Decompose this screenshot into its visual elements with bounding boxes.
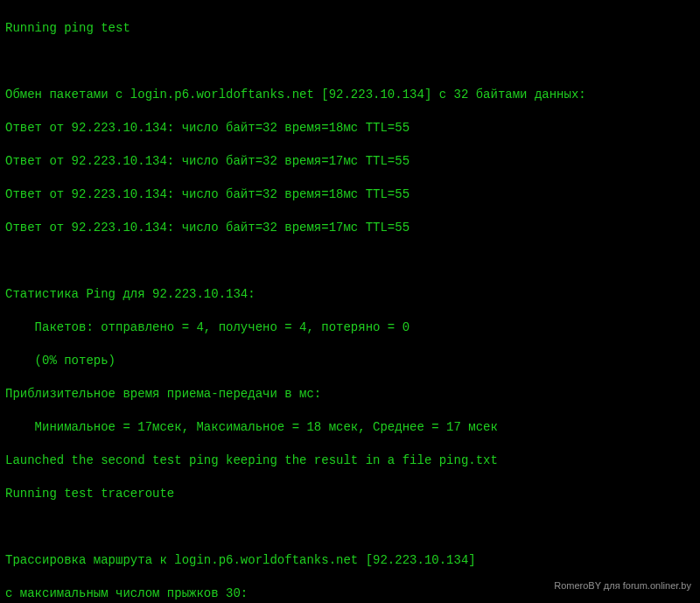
terminal-line: Ответ от 92.223.10.134: число байт=32 вр…	[5, 220, 695, 236]
terminal-line	[5, 253, 695, 270]
watermark-text: RomeroBY для forum.onliner.by	[554, 578, 691, 594]
terminal-line	[5, 519, 695, 536]
terminal-line: Ответ от 92.223.10.134: число байт=32 вр…	[5, 120, 695, 137]
terminal-line: Launched the second test ping keeping th…	[5, 452, 695, 469]
terminal-line: Статистика Ping для 92.223.10.134:	[5, 286, 695, 303]
terminal-line: Running ping test	[5, 20, 695, 37]
terminal-line: Ответ от 92.223.10.134: число байт=32 вр…	[5, 186, 695, 203]
terminal-line: Обмен пакетами с login.p6.worldoftanks.n…	[5, 87, 695, 103]
terminal-line: Минимальное = 17мсек, Максимальное = 18 …	[5, 419, 695, 436]
terminal-line: Running test traceroute	[5, 486, 695, 502]
terminal-line: Приблизительное время приема-передачи в …	[5, 386, 695, 403]
terminal-line: (0% потерь)	[5, 353, 695, 369]
terminal-line	[5, 53, 695, 70]
terminal-line: Ответ от 92.223.10.134: число байт=32 вр…	[5, 153, 695, 170]
terminal-line: Пакетов: отправлено = 4, получено = 4, п…	[5, 319, 695, 336]
terminal-line: Трассировка маршрута к login.p6.worldoft…	[5, 552, 695, 569]
terminal-window: Running ping test Обмен пакетами с login…	[0, 0, 700, 603]
